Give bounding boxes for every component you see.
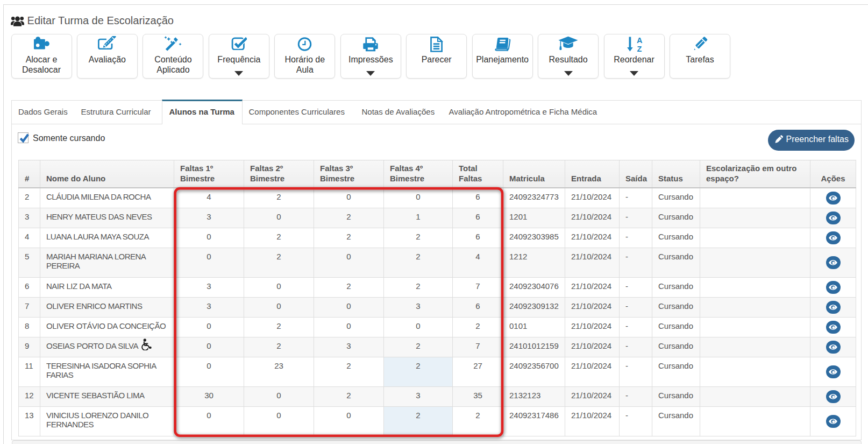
svg-text:Z: Z — [637, 44, 642, 52]
svg-text:A: A — [637, 37, 643, 45]
